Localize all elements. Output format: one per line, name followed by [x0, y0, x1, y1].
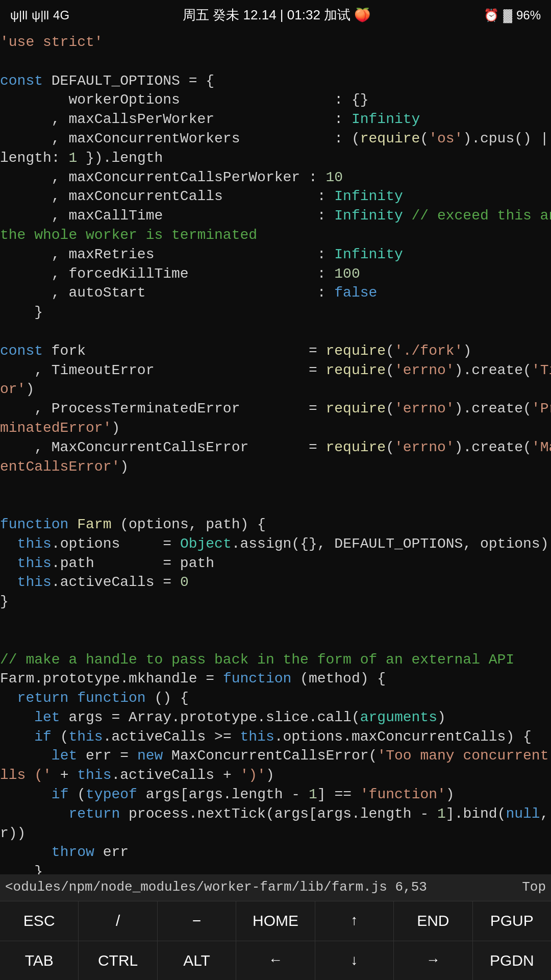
- key-down[interactable]: ↓: [315, 941, 394, 981]
- key-right[interactable]: →: [394, 941, 472, 981]
- battery-indicator: ▓: [503, 7, 512, 23]
- battery-percent: 96%: [516, 7, 541, 23]
- signal-text: ψ|ll: [10, 7, 28, 23]
- position-indicator: Top: [522, 878, 546, 896]
- code-editor[interactable]: 'use strict' const DEFAULT_OPTIONS = { w…: [0, 31, 551, 874]
- vim-status-line: <odules/npm/node_modules/worker-farm/lib…: [0, 874, 551, 901]
- key-esc[interactable]: ESC: [0, 901, 79, 941]
- key-up[interactable]: ↑: [315, 901, 394, 941]
- status-bar: ψ|ll ψ|ll 4G 周五 癸未 12.14 | 01:32 加试 🍑 ⏰ …: [0, 0, 551, 31]
- keyboard-toolbar: ESC / − HOME ↑ END PGUP TAB CTRL ALT ← ↓…: [0, 901, 551, 980]
- signal-text2: ψ|ll: [32, 7, 49, 23]
- key-home[interactable]: HOME: [236, 901, 315, 941]
- key-slash[interactable]: /: [79, 901, 157, 941]
- status-signal: ψ|ll ψ|ll 4G: [10, 7, 69, 23]
- network-type: 4G: [53, 7, 69, 23]
- key-pgdn[interactable]: PGDN: [473, 941, 551, 981]
- key-left[interactable]: ←: [236, 941, 315, 981]
- key-minus[interactable]: −: [158, 901, 236, 941]
- key-alt[interactable]: ALT: [158, 941, 236, 981]
- key-end[interactable]: END: [394, 901, 472, 941]
- key-ctrl[interactable]: CTRL: [79, 941, 157, 981]
- alarm-icon: ⏰: [484, 7, 499, 23]
- status-right: ⏰ ▓ 96%: [484, 7, 541, 23]
- status-datetime: 周五 癸未 12.14 | 01:32 加试 🍑: [183, 6, 370, 24]
- key-tab[interactable]: TAB: [0, 941, 79, 981]
- keyboard-row-1: ESC / − HOME ↑ END PGUP: [0, 901, 551, 941]
- keyboard-row-2: TAB CTRL ALT ← ↓ → PGDN: [0, 941, 551, 981]
- key-pgup[interactable]: PGUP: [473, 901, 551, 941]
- file-path: <odules/npm/node_modules/worker-farm/lib…: [5, 878, 427, 896]
